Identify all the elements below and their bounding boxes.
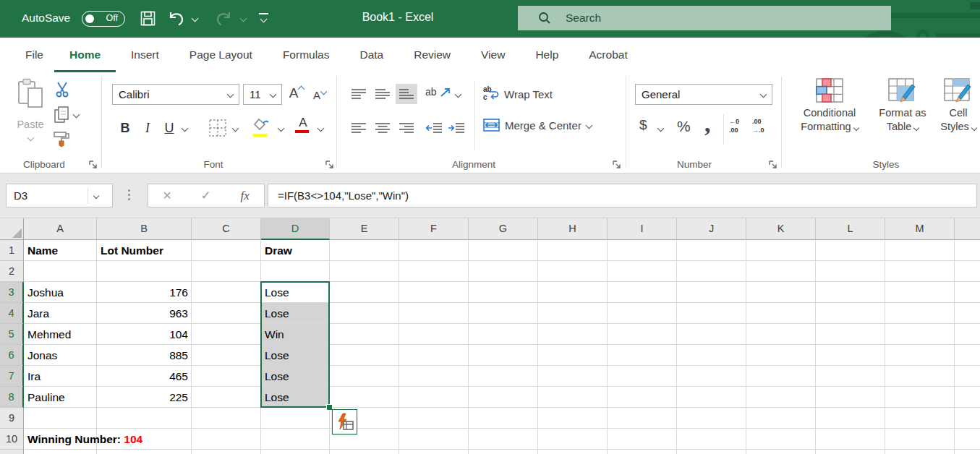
cell-B5[interactable]: 104 — [97, 324, 192, 345]
cell-A8[interactable]: Pauline — [24, 387, 97, 408]
formula-bar-grip[interactable] — [128, 189, 130, 200]
save-icon[interactable] — [140, 11, 155, 26]
font-color-chevron-icon[interactable] — [318, 125, 325, 132]
tab-formulas[interactable]: Formulas — [268, 38, 345, 72]
clipboard-dialog-launcher-icon[interactable] — [88, 160, 98, 170]
fill-color-chevron-icon[interactable] — [278, 125, 285, 132]
name-box-chevron-icon[interactable] — [93, 192, 99, 198]
cell-D1[interactable]: Draw — [261, 240, 330, 261]
formula-input[interactable] — [268, 189, 966, 202]
increase-indent-button[interactable] — [446, 118, 466, 138]
underline-button[interactable]: U — [161, 117, 178, 139]
undo-icon[interactable] — [167, 10, 186, 27]
cell-A3[interactable]: Joshua — [24, 282, 97, 303]
cut-icon[interactable] — [54, 81, 71, 98]
tab-review[interactable]: Review — [399, 38, 466, 72]
font-size-select[interactable]: 11 — [243, 84, 282, 105]
font-name-select[interactable]: Calibri — [112, 84, 239, 105]
column-header-J[interactable]: J — [677, 218, 746, 240]
tab-data[interactable]: Data — [344, 38, 399, 72]
increase-font-size-button[interactable]: A — [286, 82, 307, 104]
accounting-format-button[interactable]: $ — [639, 117, 647, 133]
cell-B4[interactable]: 963 — [97, 303, 192, 324]
paste-button[interactable]: Paste — [10, 78, 51, 143]
cell-D8[interactable]: Lose — [261, 387, 330, 408]
font-color-button[interactable]: A — [295, 116, 311, 133]
row-header-4[interactable]: 4 — [0, 303, 24, 324]
column-header-E[interactable]: E — [330, 218, 399, 240]
cancel-button[interactable]: × — [163, 187, 171, 204]
column-header-A[interactable]: A — [24, 218, 97, 240]
row-header-11[interactable]: 11 — [0, 450, 24, 454]
middle-align-button[interactable] — [372, 84, 393, 104]
percent-style-button[interactable]: % — [677, 118, 691, 135]
cell-B7[interactable]: 465 — [97, 366, 192, 387]
undo-chevron-icon[interactable] — [192, 15, 199, 22]
select-all-corner[interactable] — [0, 218, 24, 240]
cell-A4[interactable]: Jara — [24, 303, 97, 324]
fill-color-button[interactable] — [253, 118, 270, 137]
column-header-G[interactable]: G — [469, 218, 538, 240]
tab-insert[interactable]: Insert — [116, 38, 174, 72]
accounting-chevron-icon[interactable] — [657, 125, 665, 132]
top-align-button[interactable] — [348, 84, 370, 104]
comma-style-button[interactable]: , — [704, 110, 711, 137]
number-dialog-launcher-icon[interactable] — [768, 160, 778, 170]
column-header-K[interactable]: K — [746, 218, 816, 240]
cell-A7[interactable]: Ira — [24, 366, 97, 387]
cell-B3[interactable]: 176 — [97, 282, 192, 303]
cell-D7[interactable]: Lose — [261, 366, 330, 387]
cell-D4[interactable]: Lose — [261, 303, 330, 324]
align-center-button[interactable] — [372, 118, 393, 138]
sheet-grid[interactable]: NameLot NumberDrawJoshua176LoseJara963Lo… — [0, 218, 980, 454]
column-header-C[interactable]: C — [192, 218, 261, 240]
cell-styles-button[interactable]: Cell Styles — [936, 78, 980, 134]
column-header-I[interactable]: I — [608, 218, 677, 240]
tab-help[interactable]: Help — [520, 38, 574, 72]
cell-A10[interactable]: Winning Number: 104 — [24, 429, 241, 450]
borders-chevron-icon[interactable] — [232, 125, 239, 132]
decrease-decimal-button[interactable]: .00 →.0 — [752, 119, 764, 134]
align-left-button[interactable] — [348, 118, 370, 138]
cell-A5[interactable]: Mehmed — [24, 324, 97, 345]
align-right-button[interactable] — [396, 118, 417, 138]
cell-B1[interactable]: Lot Number — [97, 240, 192, 261]
copy-icon[interactable] — [54, 106, 69, 124]
increase-decimal-button[interactable]: ←0 .00 — [729, 119, 739, 134]
cell-B8[interactable]: 225 — [97, 387, 192, 408]
formula-input-box[interactable] — [268, 184, 977, 207]
tab-view[interactable]: View — [466, 38, 520, 72]
alignment-dialog-launcher-icon[interactable] — [612, 160, 622, 170]
font-dialog-launcher-icon[interactable] — [325, 160, 335, 170]
bold-button[interactable]: B — [116, 117, 135, 139]
qat-customize-icon[interactable] — [259, 13, 268, 14]
row-header-9[interactable]: 9 — [0, 408, 24, 429]
column-header-D[interactable]: D — [261, 218, 330, 240]
row-header-6[interactable]: 6 — [0, 345, 24, 366]
merge-center-button[interactable]: Merge & Center — [483, 119, 592, 132]
column-header-N[interactable]: N — [955, 218, 980, 240]
cell-D3[interactable]: Lose — [261, 282, 330, 303]
copy-chevron-icon[interactable] — [73, 111, 80, 119]
format-as-table-button[interactable]: Format as Table — [868, 78, 937, 134]
conditional-formatting-button[interactable]: Conditional Formatting — [793, 78, 866, 134]
row-header-7[interactable]: 7 — [0, 366, 24, 387]
number-format-select[interactable]: General — [635, 84, 772, 105]
row-header-1[interactable]: 1 — [0, 240, 24, 261]
tab-home[interactable]: Home — [54, 38, 116, 72]
search-box[interactable] — [518, 6, 891, 30]
name-box-input[interactable] — [7, 189, 88, 202]
column-header-M[interactable]: M — [885, 218, 955, 240]
orientation-button[interactable]: ab — [425, 85, 451, 98]
qat-customize-chevron-icon[interactable] — [260, 16, 268, 23]
cell-D5[interactable]: Win — [261, 324, 330, 345]
row-header-10[interactable]: 10 — [0, 429, 24, 450]
row-header-8[interactable]: 8 — [0, 387, 24, 408]
cell-B6[interactable]: 885 — [97, 345, 192, 366]
column-header-F[interactable]: F — [399, 218, 469, 240]
format-painter-icon[interactable] — [52, 130, 71, 147]
orientation-chevron-icon[interactable] — [455, 91, 462, 98]
cell-A1[interactable]: Name — [24, 240, 97, 261]
italic-button[interactable]: I — [139, 117, 156, 139]
cell-A6[interactable]: Jonas — [24, 345, 97, 366]
